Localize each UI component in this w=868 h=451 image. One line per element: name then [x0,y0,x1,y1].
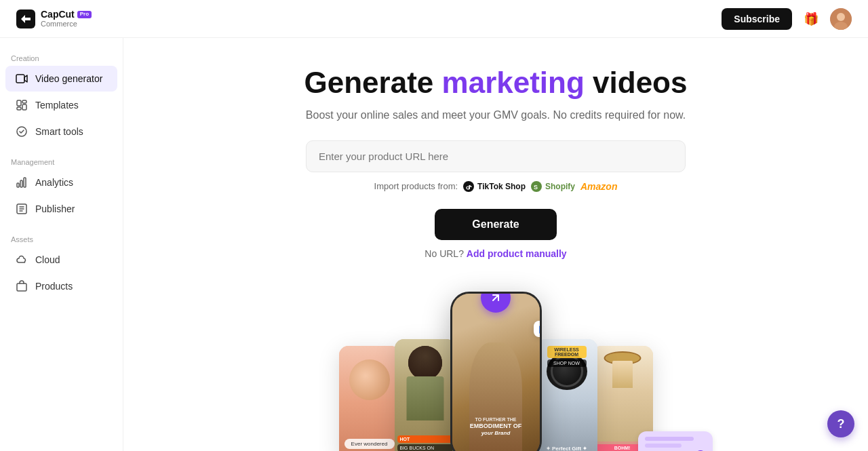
header: CapCut Pro Commerce Subscribe 🎁 [0,0,868,38]
templates-icon [15,98,28,112]
no-url-row: No URL? Add product manually [425,248,566,259]
svg-text:S: S [534,184,538,191]
shopify-logo: S Shopify [531,180,575,193]
sidebar-item-label-cloud: Cloud [35,254,60,265]
sidebar-item-label-products: Products [35,281,73,292]
title-accent: marketing [442,66,585,99]
svg-rect-14 [17,283,26,291]
sidebar-item-products[interactable]: Products [5,273,117,299]
sidebar-section-assets: Assets [0,230,123,246]
sidebar-item-templates[interactable]: Templates [5,92,117,118]
gift-icon[interactable]: 🎁 [800,8,822,30]
chat-bubble: ▶ [638,431,713,451]
svg-rect-4 [16,75,24,83]
sidebar-item-label-video: Video generator [35,73,102,84]
sidebar-item-label-analytics: Analytics [35,177,73,188]
url-input[interactable] [306,140,686,172]
svg-point-2 [837,13,845,21]
svg-rect-7 [22,104,26,110]
logo-text: CapCut Pro Commerce [41,9,92,28]
sidebar-item-analytics[interactable]: Analytics [5,170,117,195]
sidebar-item-smart-tools[interactable]: Smart tools [5,119,117,144]
hero-title: Generate marketing videos [304,65,688,101]
phone-preview-2: HOT BIG BUCKS ON [395,339,456,451]
capcut-logo-icon [16,9,35,28]
import-label: Import products from: [374,181,458,191]
phone-preview-3: WIRELESS FREEDOM SHOP NOW ✦ Perfect Gift… [536,339,597,451]
title-prefix: Generate [304,66,442,99]
phones-container: Ever wondered ⏸ [137,285,854,451]
svg-rect-5 [17,100,21,106]
sidebar-item-video-generator[interactable]: Video generator [5,66,117,92]
no-url-text: No URL? [425,248,464,259]
sidebar-item-label-smart: Smart tools [35,126,83,137]
tiktok-shop-logo: TikTok Shop [463,180,526,193]
amazon-logo: Amazon [580,180,617,193]
layout: Creation Video generator Templates Smart… [0,0,868,451]
sidebar-item-cloud[interactable]: Cloud [5,247,117,273]
main-content: Generate marketing videos Boost your onl… [123,38,868,451]
video-generator-icon [15,72,28,85]
analytics-icon [15,176,28,189]
logo-brand: CapCut [41,9,75,20]
svg-rect-11 [20,180,22,187]
phone-preview-main: TO FURTHER THE EMBODIMENT OF your Brand … [450,292,542,451]
sidebar-section-management: Management [0,153,123,169]
sidebar-item-label-templates: Templates [35,100,79,111]
svg-rect-10 [17,183,19,187]
logo-pro-badge: Pro [77,11,92,18]
title-suffix: videos [585,66,688,99]
logo-product: Commerce [41,20,92,28]
smart-tools-icon [15,125,28,138]
sidebar-item-label-publisher: Publisher [35,203,75,214]
import-row: Import products from: TikTok Shop S Shop… [374,180,618,193]
play-badge: ▶ [534,321,542,337]
subscribe-button[interactable]: Subscribe [722,8,792,30]
publisher-icon [15,202,28,216]
logo[interactable]: CapCut Pro Commerce [16,9,92,28]
sidebar: Creation Video generator Templates Smart… [0,38,123,451]
phone-preview-1: Ever wondered ⏸ [339,346,400,451]
generate-button[interactable]: Generate [435,209,557,240]
avatar[interactable] [830,8,852,30]
hero-subtitle: Boost your online sales and meet your GM… [306,109,686,121]
add-product-manually-link[interactable]: Add product manually [467,248,567,259]
avatar-image [830,8,852,30]
sidebar-item-publisher[interactable]: Publisher [5,196,117,222]
header-right: Subscribe 🎁 [722,8,852,30]
arrow-icon [489,292,502,305]
svg-rect-12 [24,178,26,187]
help-button[interactable]: ? [827,410,854,437]
svg-rect-6 [22,100,26,103]
sidebar-section-creation: Creation [0,49,123,65]
help-icon: ? [837,417,845,431]
cloud-icon [15,253,28,267]
svg-rect-8 [17,107,21,110]
products-icon [15,279,28,293]
